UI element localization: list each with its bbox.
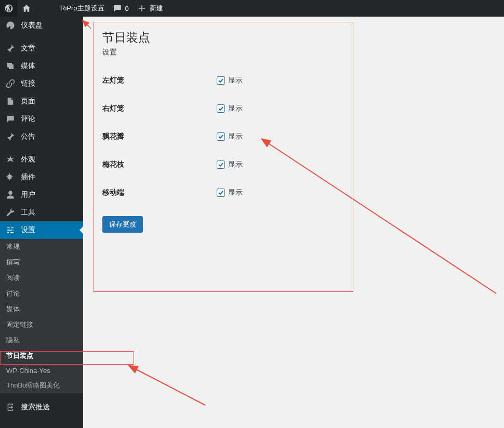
row-petals: 飘花瓣 显示 — [102, 123, 344, 151]
sidebar-item-searchpush[interactable]: 搜索推送 — [0, 398, 83, 416]
comment-icon — [113, 4, 122, 13]
sidebar-item-label: 工具 — [21, 208, 35, 217]
sub-item-festival[interactable]: 节日装点 — [0, 348, 83, 364]
sub-item-discussion[interactable]: 讨论 — [0, 286, 83, 301]
admin-bar: RiPro主题设置 0 新建 — [0, 0, 504, 17]
checkbox-left-lantern[interactable] — [217, 76, 225, 85]
sidebar-item-users[interactable]: 用户 — [0, 186, 83, 204]
dashboard-icon — [5, 21, 16, 30]
sidebar-item-pages[interactable]: 页面 — [0, 92, 83, 110]
row-label: 飘花瓣 — [102, 132, 217, 141]
checkbox-label: 显示 — [228, 132, 243, 141]
new-content-link[interactable]: 新建 — [133, 0, 167, 17]
sub-item-reading[interactable]: 阅读 — [0, 270, 83, 286]
checkbox-label: 显示 — [228, 104, 243, 113]
comments-link[interactable]: 0 — [109, 0, 133, 17]
pin-icon — [5, 132, 16, 141]
sidebar-item-announcement[interactable]: 公告 — [0, 128, 83, 145]
checkbox-petals[interactable] — [217, 132, 225, 141]
user-icon — [5, 190, 16, 199]
wordpress-logo[interactable] — [0, 0, 18, 17]
sub-item-general[interactable]: 常规 — [0, 239, 83, 255]
sidebar-item-comments[interactable]: 评论 — [0, 110, 83, 128]
appearance-icon — [5, 155, 16, 164]
row-plum: 梅花枝 显示 — [102, 151, 344, 179]
plugin-icon — [5, 172, 16, 182]
sidebar-item-label: 公告 — [21, 132, 35, 141]
checkbox-right-lantern[interactable] — [217, 104, 225, 113]
comments-count: 0 — [125, 5, 129, 12]
sub-item-media[interactable]: 媒体 — [0, 301, 83, 317]
settings-panel: 节日装点 设置 左灯笼 显示 右灯笼 显示 飘花瓣 显示 梅花枝 — [94, 22, 353, 292]
checkbox-label: 显示 — [228, 76, 243, 85]
row-label: 右灯笼 — [102, 104, 217, 113]
sidebar-item-label: 链接 — [21, 79, 35, 88]
sidebar-item-plugins[interactable]: 插件 — [0, 168, 83, 186]
row-right-lantern: 右灯笼 显示 — [102, 95, 344, 123]
theme-settings-label: RiPro主题设置 — [60, 4, 104, 13]
checkbox-plum[interactable] — [217, 160, 225, 169]
sub-item-permalink[interactable]: 固定链接 — [0, 317, 83, 332]
row-label: 移动端 — [102, 188, 217, 197]
sub-item-privacy[interactable]: 隐私 — [0, 332, 83, 348]
sidebar-item-links[interactable]: 链接 — [0, 75, 83, 92]
home-link[interactable] — [18, 0, 35, 17]
sub-item-wpchina[interactable]: WP-China-Yes — [0, 364, 83, 378]
export-icon — [5, 403, 16, 412]
sidebar-item-appearance[interactable]: 外观 — [0, 151, 83, 168]
sidebar-item-media[interactable]: 媒体 — [0, 57, 83, 75]
media-icon — [5, 61, 16, 71]
sidebar-item-label: 设置 — [21, 225, 35, 235]
checkbox-label: 显示 — [228, 188, 243, 197]
sidebar-item-label: 用户 — [21, 190, 35, 199]
sidebar-item-tools[interactable]: 工具 — [0, 204, 83, 221]
sidebar-item-label: 外观 — [21, 155, 35, 164]
page-title: 节日装点 — [102, 30, 344, 46]
save-button[interactable]: 保存更改 — [102, 216, 143, 233]
wordpress-icon — [4, 4, 14, 13]
sidebar-item-label: 媒体 — [21, 61, 35, 71]
sidebar-item-label: 页面 — [21, 97, 35, 106]
page-icon — [5, 97, 16, 106]
sidebar-item-label: 搜索推送 — [21, 403, 50, 412]
sidebar-item-label: 插件 — [21, 172, 35, 182]
sidebar-item-posts[interactable]: 文章 — [0, 39, 83, 57]
sidebar-item-label: 文章 — [21, 44, 35, 53]
settings-icon — [5, 225, 16, 235]
comment-icon — [5, 114, 16, 124]
plus-icon — [137, 4, 147, 13]
row-mobile: 移动端 显示 — [102, 179, 344, 207]
row-label: 梅花枝 — [102, 160, 217, 169]
pin-icon — [5, 44, 16, 53]
page-subtitle: 设置 — [102, 48, 344, 57]
sub-item-writing[interactable]: 撰写 — [0, 255, 83, 270]
sidebar-item-label: 评论 — [21, 114, 35, 124]
sidebar-item-dashboard[interactable]: 仪表盘 — [0, 17, 83, 34]
sidebar-item-label: 仪表盘 — [21, 21, 43, 30]
sidebar-item-settings[interactable]: 设置 — [0, 221, 83, 239]
sub-item-thnbo[interactable]: ThnBo缩略图美化 — [0, 378, 83, 393]
new-content-label: 新建 — [150, 4, 163, 13]
checkbox-mobile[interactable] — [217, 189, 225, 197]
tool-icon — [5, 208, 16, 217]
link-icon — [5, 79, 16, 88]
row-left-lantern: 左灯笼 显示 — [102, 66, 344, 95]
admin-sidebar: 仪表盘 文章 媒体 链接 页面 评论 公告 外观 插件 用户 工具 — [0, 17, 83, 428]
home-icon — [22, 4, 31, 13]
checkbox-label: 显示 — [228, 160, 243, 169]
theme-settings-link[interactable]: RiPro主题设置 — [56, 0, 109, 17]
settings-submenu: 常规 撰写 阅读 讨论 媒体 固定链接 隐私 节日装点 WP-China-Yes… — [0, 239, 83, 393]
main-content: 节日装点 设置 左灯笼 显示 右灯笼 显示 飘花瓣 显示 梅花枝 — [83, 17, 504, 428]
row-label: 左灯笼 — [102, 76, 217, 85]
